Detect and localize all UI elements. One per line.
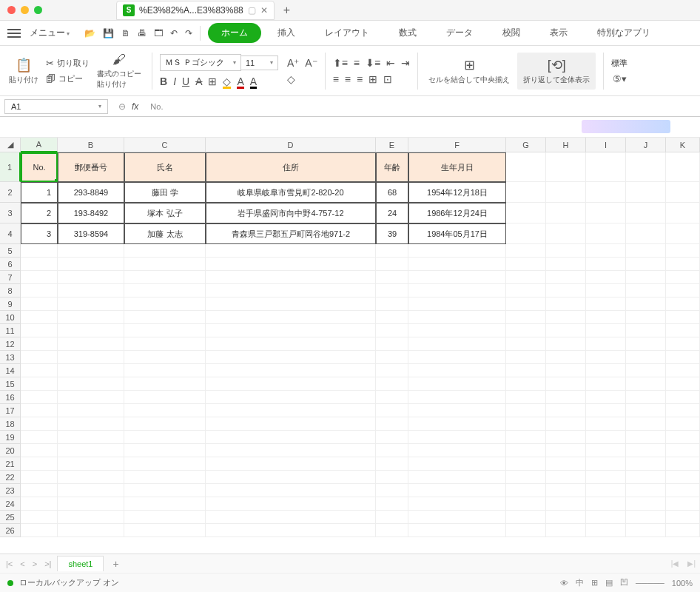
cell-empty[interactable] xyxy=(546,457,586,471)
cell-c3[interactable]: 塚本 弘子 xyxy=(124,203,206,223)
col-header-d[interactable]: D xyxy=(206,138,376,152)
cell-empty[interactable] xyxy=(546,391,586,404)
col-header-c[interactable]: C xyxy=(124,138,206,152)
cell-empty[interactable] xyxy=(408,497,506,511)
cell-j3[interactable] xyxy=(626,203,666,223)
cell-empty[interactable] xyxy=(408,351,506,364)
row-header-10[interactable]: 10 xyxy=(0,311,21,324)
cell-g1[interactable] xyxy=(506,152,546,182)
cell-empty[interactable] xyxy=(124,431,206,444)
document-tab[interactable]: S %E3%82%A...E3%83%88 ▢ ✕ xyxy=(116,1,275,20)
cell-empty[interactable] xyxy=(408,271,506,284)
cancel-icon[interactable]: ⊖ xyxy=(118,101,126,112)
hscroll-left[interactable]: |◀ xyxy=(671,559,679,568)
new-tab-button[interactable]: + xyxy=(283,4,290,17)
cell-empty[interactable] xyxy=(626,404,666,417)
row-header-12[interactable]: 12 xyxy=(0,337,21,351)
cell-empty[interactable] xyxy=(546,311,586,324)
cell-empty[interactable] xyxy=(206,457,376,471)
zoom-slider[interactable]: ───── xyxy=(636,579,664,588)
cell-empty[interactable] xyxy=(586,258,626,271)
cell-empty[interactable] xyxy=(506,417,546,431)
cell-empty[interactable] xyxy=(21,258,58,271)
cell-empty[interactable] xyxy=(21,364,58,377)
cell-empty[interactable] xyxy=(376,271,408,284)
cell-empty[interactable] xyxy=(666,351,700,364)
col-header-a[interactable]: A xyxy=(21,138,58,152)
cell-empty[interactable] xyxy=(206,444,376,457)
cell-a1[interactable]: No. xyxy=(21,152,58,182)
name-box[interactable]: A1▾ xyxy=(4,99,108,114)
cell-empty[interactable] xyxy=(546,351,586,364)
row-header-16[interactable]: 16 xyxy=(0,391,21,404)
cell-empty[interactable] xyxy=(21,524,58,537)
cell-empty[interactable] xyxy=(546,444,586,457)
cell-empty[interactable] xyxy=(124,324,206,337)
highlight-button[interactable]: A xyxy=(250,75,257,87)
cell-empty[interactable] xyxy=(376,258,408,271)
wrap-text-button[interactable]: [⟲] 折り返して全体表示 xyxy=(517,53,596,90)
cell-empty[interactable] xyxy=(626,297,666,311)
cell-empty[interactable] xyxy=(506,351,546,364)
cell-h2[interactable] xyxy=(546,182,586,203)
cell-empty[interactable] xyxy=(408,524,506,537)
cell-empty[interactable] xyxy=(58,271,124,284)
cell-empty[interactable] xyxy=(666,524,700,537)
increase-font-button[interactable]: A⁺ xyxy=(287,57,299,69)
cell-empty[interactable] xyxy=(408,391,506,404)
cell-empty[interactable] xyxy=(626,431,666,444)
cell-empty[interactable] xyxy=(546,484,586,497)
tab-home[interactable]: ホーム xyxy=(208,23,261,43)
cell-empty[interactable] xyxy=(546,297,586,311)
cell-empty[interactable] xyxy=(376,404,408,417)
select-all-corner[interactable]: ◢ xyxy=(0,138,21,152)
cell-empty[interactable] xyxy=(506,284,546,297)
col-header-f[interactable]: F xyxy=(408,138,506,152)
tab-special[interactable]: 特別なアプリ xyxy=(584,23,664,43)
print-icon[interactable]: 🖶 xyxy=(138,28,147,38)
cell-empty[interactable] xyxy=(21,431,58,444)
cell-empty[interactable] xyxy=(506,497,546,511)
align-right-button[interactable]: ≡ xyxy=(357,73,363,85)
cell-empty[interactable] xyxy=(546,497,586,511)
cell-empty[interactable] xyxy=(408,457,506,471)
cell-empty[interactable] xyxy=(206,391,376,404)
cell-empty[interactable] xyxy=(626,337,666,351)
cell-b2[interactable]: 293-8849 xyxy=(58,182,124,203)
cell-empty[interactable] xyxy=(546,364,586,377)
cell-empty[interactable] xyxy=(58,377,124,391)
cell-empty[interactable] xyxy=(376,377,408,391)
cell-empty[interactable] xyxy=(58,244,124,258)
sheet-nav-prev[interactable]: < xyxy=(18,559,26,568)
merge-cells-button[interactable]: ⊞ セルを結合して中央揃え xyxy=(425,56,513,87)
spreadsheet-grid[interactable]: ◢ A B C D E F G H I J K 1 No. 郵便番号 氏名 住所… xyxy=(0,138,700,549)
cell-empty[interactable] xyxy=(506,377,546,391)
cell-d1[interactable]: 住所 xyxy=(206,152,376,182)
tab-review[interactable]: 校閲 xyxy=(489,23,534,43)
row-header-17[interactable]: 17 xyxy=(0,404,21,417)
cell-empty[interactable] xyxy=(206,284,376,297)
cell-f3[interactable]: 1986年12月24日 xyxy=(408,203,506,223)
cell-empty[interactable] xyxy=(506,311,546,324)
cell-b4[interactable]: 319-8594 xyxy=(58,223,124,244)
cell-empty[interactable] xyxy=(21,391,58,404)
cell-d3[interactable]: 岩手県盛岡市向中野4-757-12 xyxy=(206,203,376,223)
cell-empty[interactable] xyxy=(124,284,206,297)
cell-empty[interactable] xyxy=(666,284,700,297)
cell-empty[interactable] xyxy=(408,404,506,417)
cell-empty[interactable] xyxy=(206,431,376,444)
cell-empty[interactable] xyxy=(666,324,700,337)
row-header-25[interactable]: 25 xyxy=(0,511,21,524)
redo-icon[interactable]: ↷ xyxy=(185,28,192,38)
cell-empty[interactable] xyxy=(546,471,586,484)
cell-empty[interactable] xyxy=(21,284,58,297)
close-window-button[interactable] xyxy=(7,6,16,14)
cell-e3[interactable]: 24 xyxy=(376,203,408,223)
cell-empty[interactable] xyxy=(546,258,586,271)
cell-empty[interactable] xyxy=(124,417,206,431)
cell-empty[interactable] xyxy=(586,444,626,457)
minimize-window-button[interactable] xyxy=(21,6,29,14)
cell-empty[interactable] xyxy=(376,484,408,497)
cell-i3[interactable] xyxy=(586,203,626,223)
cell-empty[interactable] xyxy=(506,258,546,271)
